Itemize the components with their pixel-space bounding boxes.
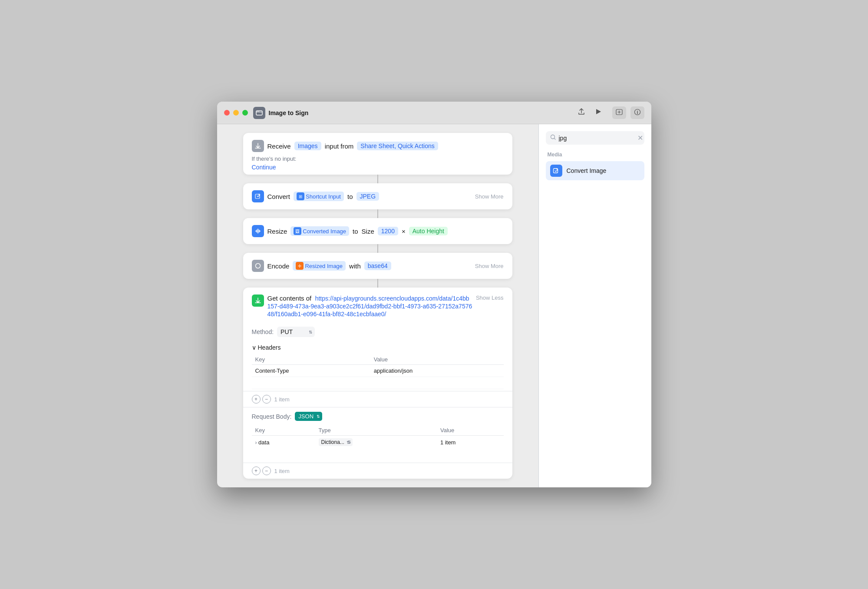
get-contents-action: Get contents of [267, 294, 312, 302]
headers-col-key: Key [252, 354, 370, 365]
request-body-label: Request Body: [252, 413, 292, 420]
resize-cross: × [402, 228, 406, 235]
app-icon [253, 107, 265, 119]
receive-connector: input from [325, 142, 354, 150]
search-input[interactable] [559, 135, 635, 142]
encode-format[interactable]: base64 [364, 261, 391, 270]
headers-table: Key Value Content-Type application/json [252, 354, 504, 389]
resize-to: to [353, 228, 358, 235]
table-row: Content-Type application/json [252, 365, 504, 377]
connector-1 [377, 175, 378, 183]
receive-action: Receive [267, 142, 291, 150]
shortcut-input-icon: ⊞ [297, 192, 304, 200]
body-remove-button[interactable]: − [262, 467, 271, 475]
content-area: Receive Images input from Share Sheet, Q… [217, 124, 651, 487]
method-select-wrapper: PUT GET POST DELETE PATCH [277, 327, 315, 337]
method-select[interactable]: PUT GET POST DELETE PATCH [277, 327, 315, 337]
headers-items-count: 1 item [274, 396, 290, 403]
body-table: Key Type Value › data [252, 425, 504, 461]
convert-show-more[interactable]: Show More [475, 193, 504, 200]
headers-add-button[interactable]: + [252, 395, 261, 404]
info-button[interactable] [630, 106, 644, 119]
convert-icon [252, 190, 264, 202]
main-flow-area: Receive Images input from Share Sheet, Q… [217, 124, 538, 487]
continue-button[interactable]: Continue [252, 164, 276, 171]
resize-width[interactable]: 1200 [378, 227, 398, 235]
receive-icon [252, 140, 264, 152]
add-action-button[interactable] [612, 106, 626, 119]
window-title: Image to Sign [269, 109, 576, 116]
resize-input-pill[interactable]: 🖼 Converted Image [290, 226, 349, 236]
show-less-button[interactable]: Show Less [476, 294, 504, 301]
svg-point-2 [258, 111, 259, 112]
request-body-type-select[interactable]: JSON Form File [295, 412, 322, 421]
headers-section: ∨ Headers Key Value [243, 341, 512, 389]
sidebar-item-label: Convert Image [567, 167, 607, 174]
body-type-select[interactable]: Dictiona... Text Number [319, 438, 353, 446]
svg-point-1 [257, 111, 258, 112]
maximize-button[interactable] [242, 110, 248, 116]
resize-size-label: Size [362, 228, 374, 235]
body-add-button[interactable]: + [252, 467, 261, 475]
titlebar-actions [576, 106, 604, 119]
body-expand-icon[interactable]: › [255, 440, 257, 446]
headers-remove-button[interactable]: − [262, 395, 271, 404]
body-type-select-wrapper: Dictiona... Text Number ⇅ [319, 438, 353, 446]
resize-height[interactable]: Auto Height [409, 227, 448, 235]
headers-label: Headers [258, 344, 281, 351]
resize-action: Resize [267, 228, 287, 235]
table-row: › data Dictiona... Text Number [252, 436, 504, 449]
encode-icon [252, 260, 264, 272]
convert-input-pill[interactable]: ⊞ Shortcut Input [294, 192, 344, 201]
encode-connector: with [349, 262, 361, 270]
sidebar-section-label: Media [546, 152, 644, 158]
receive-source[interactable]: Share Sheet, Quick Actions [357, 142, 438, 150]
body-value-cell: 1 item [437, 436, 503, 449]
body-key-cell: › data [252, 436, 315, 449]
minimize-button[interactable] [233, 110, 239, 116]
receive-card: Receive Images input from Share Sheet, Q… [243, 133, 512, 175]
flow-container: Receive Images input from Share Sheet, Q… [243, 133, 512, 479]
table-row-empty [252, 377, 504, 389]
body-items-count: 1 item [274, 468, 290, 474]
run-button[interactable] [592, 106, 604, 119]
header-value-cell[interactable]: application/json [370, 365, 504, 377]
header-key-cell[interactable]: Content-Type [252, 365, 370, 377]
close-button[interactable] [224, 110, 230, 116]
sidebar-item-convert-image[interactable]: Convert Image [546, 161, 644, 180]
body-col-type: Type [315, 425, 437, 436]
no-input-label: If there's no input: [252, 156, 504, 162]
request-body-row: Request Body: JSON Form File [243, 407, 512, 425]
headers-toggle[interactable]: ∨ Headers [252, 341, 504, 354]
resize-row: Resize 🖼 Converted Image to Size 1200 × … [252, 225, 504, 237]
convert-card: Convert ⊞ Shortcut Input to JPEG Show Mo… [243, 183, 512, 209]
converted-image-icon: 🖼 [294, 227, 301, 235]
encode-show-more[interactable]: Show More [475, 263, 504, 269]
body-add-remove: + − 1 item [243, 463, 512, 479]
encode-action: Encode [267, 262, 290, 270]
body-col-value: Value [437, 425, 503, 436]
receive-type[interactable]: Images [294, 142, 321, 150]
resize-card: Resize 🖼 Converted Image to Size 1200 × … [243, 218, 512, 244]
headers-chevron: ∨ [252, 344, 256, 351]
convert-format[interactable]: JPEG [356, 192, 380, 201]
method-row: Method: PUT GET POST DELETE PATCH [243, 323, 512, 341]
request-body-select-wrapper: JSON Form File [295, 412, 322, 421]
traffic-lights [224, 110, 248, 116]
svg-point-6 [255, 264, 260, 268]
sidebar: ✕ Media Convert Image [538, 124, 651, 487]
search-clear-button[interactable]: ✕ [637, 134, 643, 142]
convert-row: Convert ⊞ Shortcut Input to JPEG Show Mo… [252, 190, 504, 202]
titlebar: Image to Sign [217, 102, 651, 124]
encode-row: Encode ✛ Resized Image with base64 Show … [252, 260, 504, 272]
headers-col-value: Value [370, 354, 504, 365]
connector-2 [377, 209, 378, 218]
body-col-key: Key [252, 425, 315, 436]
headers-add-remove: + − 1 item [243, 391, 512, 407]
resized-image-icon: ✛ [296, 262, 304, 270]
resize-icon [252, 225, 264, 237]
body-type-cell[interactable]: Dictiona... Text Number ⇅ [315, 436, 437, 449]
encode-input-pill[interactable]: ✛ Resized Image [293, 261, 346, 271]
share-button[interactable] [576, 106, 587, 119]
connector-3 [377, 244, 378, 253]
